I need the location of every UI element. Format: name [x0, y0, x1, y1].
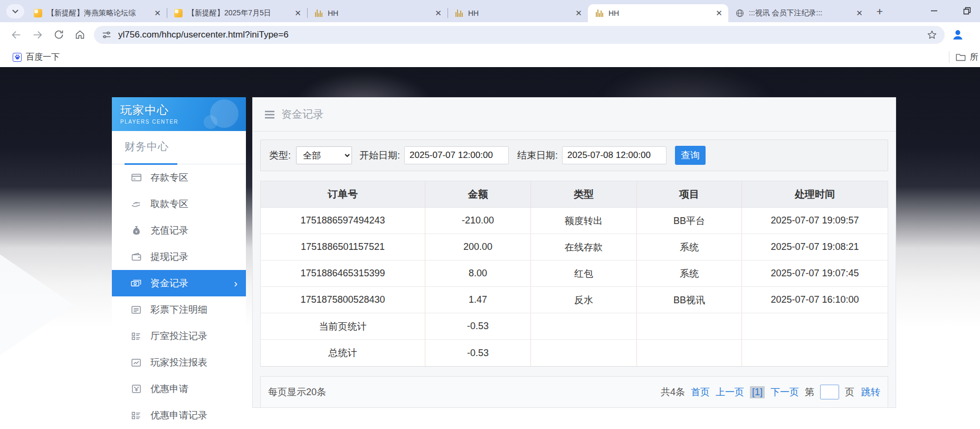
total-count-text: 共4条 — [661, 386, 685, 398]
tab-close-button[interactable]: ✕ — [714, 8, 724, 18]
banknotes-icon — [131, 278, 141, 288]
table-cell: -0.53 — [425, 340, 530, 366]
new-tab-button[interactable]: + — [872, 4, 888, 19]
tune-icon — [102, 30, 111, 40]
type-select[interactable]: 全部 — [296, 146, 352, 164]
home-icon — [74, 29, 85, 40]
start-date-label: 开始日期: — [359, 149, 400, 162]
browser-tab[interactable]: HH✕ — [588, 4, 728, 22]
table-cell — [636, 313, 741, 339]
svg-text:¥: ¥ — [135, 229, 138, 234]
end-date-label: 结束日期: — [517, 149, 558, 162]
tab-close-button[interactable]: ✕ — [433, 8, 443, 18]
next-page-link[interactable]: 下一页 — [770, 386, 799, 398]
prev-page-link[interactable]: 上一页 — [716, 386, 744, 398]
sidebar-item-label: 充值记录 — [150, 224, 188, 237]
restore-button[interactable] — [958, 3, 976, 18]
content-panel: 资金记录 类型: 全部 开始日期: 结束日期: 查询 订单号金额类型项目处理时间… — [252, 97, 896, 408]
baidu-paw-icon — [13, 53, 22, 62]
table-cell: 系统 — [636, 260, 741, 286]
sidebar-item-厅室投注记录[interactable]: 厅室投注记录 — [112, 323, 246, 349]
sidebar-item-存款专区[interactable]: 存款专区 — [112, 164, 246, 191]
table-cell: 1.47 — [425, 287, 530, 313]
gamepad-decor-icon — [204, 115, 217, 129]
minimize-button[interactable] — [925, 3, 943, 18]
table-cell: 1751886501157521 — [261, 234, 425, 260]
back-icon — [11, 29, 22, 41]
browser-tab[interactable]: HH✕ — [448, 4, 588, 22]
tab-title: 【新提醒】海燕策略论坛综 — [47, 8, 153, 18]
withdraw-hand-icon — [131, 199, 141, 209]
browser-tab[interactable]: 【新提醒】海燕策略论坛综✕ — [26, 4, 167, 22]
table-cell — [741, 340, 888, 366]
table-row: 17518758005284301.47反水BB视讯2025-07-07 16:… — [261, 287, 888, 313]
table-cell: 2025-07-07 19:09:57 — [741, 208, 888, 234]
tab-strip: 【新提醒】海燕策略论坛综✕【新提醒】2025年7月5日✕HH✕HH✕HH✕:::… — [0, 0, 980, 22]
page-title: 资金记录 — [281, 107, 324, 122]
tab-search-button[interactable] — [6, 4, 24, 18]
search-button[interactable]: 查询 — [675, 146, 706, 165]
tab-close-button[interactable]: ✕ — [574, 8, 584, 18]
moneybag-icon: ¥ — [131, 225, 141, 236]
browser-tab[interactable]: 【新提醒】2025年7月5日✕ — [167, 4, 307, 22]
bookmarks-divider — [949, 51, 949, 63]
tab-title: 【新提醒】2025年7月5日 — [187, 8, 293, 18]
content-header: 资金记录 — [253, 98, 896, 132]
table-cell: BB平台 — [636, 208, 741, 234]
profile-avatar[interactable] — [951, 28, 965, 42]
hall-list-icon — [131, 331, 141, 341]
table-header-row: 订单号金额类型项目处理时间 — [261, 181, 888, 208]
table-cell: 2025-07-07 19:07:45 — [741, 260, 888, 286]
table-row: 1751886501157521200.00在线存款系统2025-07-07 1… — [261, 234, 888, 260]
site-settings-button[interactable] — [100, 26, 113, 44]
tabs-container: 【新提醒】海燕策略论坛综✕【新提醒】2025年7月5日✕HH✕HH✕HH✕:::… — [26, 4, 869, 22]
table-cell: 当前页统计 — [261, 313, 425, 339]
promo-list-icon — [131, 410, 141, 421]
url-text[interactable]: yl756.com/hhcp/usercenter.html?iniType=6 — [118, 30, 925, 40]
sidebar-item-彩票下注明细[interactable]: 彩票下注明细 — [112, 296, 246, 323]
sidebar-item-优惠申请[interactable]: 优惠申请 — [112, 376, 246, 402]
forward-button[interactable] — [28, 26, 46, 44]
table-cell — [530, 313, 636, 339]
all-bookmarks-button[interactable]: 所 — [956, 52, 980, 63]
tab-close-button[interactable]: ✕ — [293, 8, 303, 18]
bookmark-item-baidu[interactable]: 百度一下 — [13, 52, 60, 63]
chat-icon — [34, 9, 42, 17]
jump-page-input[interactable] — [820, 385, 839, 399]
coupon-icon — [131, 384, 141, 394]
table-cell: 2025-07-07 19:08:21 — [741, 234, 888, 260]
end-date-input[interactable] — [562, 146, 667, 164]
tab-divider — [448, 8, 448, 18]
pagination-controls: 共4条 首页 上一页 [1] 下一页 第 页 跳转 — [661, 385, 880, 399]
home-button[interactable] — [71, 26, 89, 44]
tab-close-button[interactable]: ✕ — [854, 8, 864, 18]
sidebar-item-label: 取款专区 — [150, 198, 188, 210]
sidebar-item-充值记录[interactable]: ¥充值记录 — [112, 217, 246, 244]
sidebar-item-label: 优惠申请记录 — [150, 409, 207, 422]
sidebar-item-玩家投注报表[interactable]: 玩家投注报表 — [112, 349, 246, 376]
sidebar-item-优惠申请记录[interactable]: 优惠申请记录 — [112, 402, 246, 428]
sidebar-item-资金记录[interactable]: 资金记录› — [112, 270, 246, 296]
start-date-input[interactable] — [404, 146, 509, 164]
back-button[interactable] — [7, 26, 25, 44]
table-cell — [530, 340, 636, 366]
browser-tab[interactable]: :::视讯 会员下注纪录:::✕ — [728, 4, 869, 22]
funds-table: 订单号金额类型项目处理时间1751886597494243-210.00额度转出… — [260, 181, 888, 367]
table-row: 当前页统计-0.53 — [261, 313, 888, 340]
sidebar-section-header: 财务中心 — [112, 131, 246, 164]
wallet-icon — [131, 251, 141, 262]
column-header: 金额 — [425, 181, 530, 207]
sidebar-item-提现记录[interactable]: 提现记录 — [112, 244, 246, 270]
sidebar-item-取款专区[interactable]: 取款专区 — [112, 191, 246, 217]
bookmark-star-button[interactable] — [925, 26, 939, 44]
reload-button[interactable] — [50, 26, 68, 44]
sidebar-section-title: 财务中心 — [125, 141, 169, 152]
browser-tab[interactable]: HH✕ — [307, 4, 448, 22]
first-page-link[interactable]: 首页 — [691, 386, 710, 398]
jump-button[interactable]: 跳转 — [861, 386, 880, 398]
address-bar[interactable]: yl756.com/hhcp/usercenter.html?iniType=6 — [94, 26, 945, 44]
table-cell: -210.00 — [425, 208, 530, 234]
tab-title: :::视讯 会员下注纪录::: — [749, 8, 854, 18]
tab-close-button[interactable]: ✕ — [153, 8, 163, 18]
tab-divider — [167, 8, 167, 18]
